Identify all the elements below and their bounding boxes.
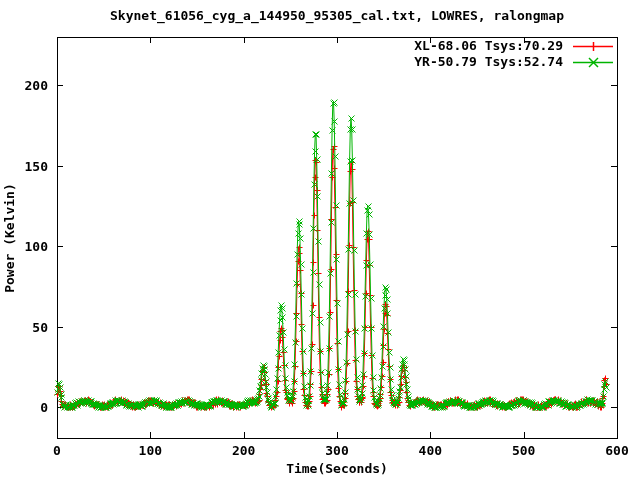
y-axis-title: Power (Kelvin)	[2, 68, 18, 408]
x-tick-label: 200	[214, 444, 274, 457]
x-tick-label: 400	[400, 444, 460, 457]
legend-item-xl: XL-68.06 Tsys:70.29	[414, 39, 614, 53]
legend-label-yr: YR-50.79 Tsys:52.74	[414, 55, 563, 69]
gnuplot-figure: Skynet_61056_cyg_a_144950_95305_cal.txt,…	[0, 0, 640, 480]
x-tick-label: 300	[307, 444, 367, 457]
y-tick-label: 0	[14, 401, 48, 414]
plot-canvas	[0, 0, 640, 480]
plus-marker-sample-icon	[572, 40, 614, 53]
cross-marker-sample-icon	[572, 56, 614, 69]
x-tick-label: 0	[27, 444, 87, 457]
legend-label-xl: XL-68.06 Tsys:70.29	[414, 39, 563, 53]
x-tick-label: 600	[587, 444, 640, 457]
legend-item-yr: YR-50.79 Tsys:52.74	[414, 55, 614, 69]
x-tick-label: 100	[120, 444, 180, 457]
x-tick-label: 500	[494, 444, 554, 457]
y-tick-label: 50	[14, 321, 48, 334]
legend: XL-68.06 Tsys:70.29 YR-50.79 Tsys:52.74	[414, 39, 614, 69]
x-axis-title: Time(Seconds)	[37, 461, 637, 476]
y-tick-label: 200	[14, 79, 48, 92]
y-tick-label: 150	[14, 160, 48, 173]
y-tick-label: 100	[14, 240, 48, 253]
chart-title: Skynet_61056_cyg_a_144950_95305_cal.txt,…	[34, 8, 640, 23]
